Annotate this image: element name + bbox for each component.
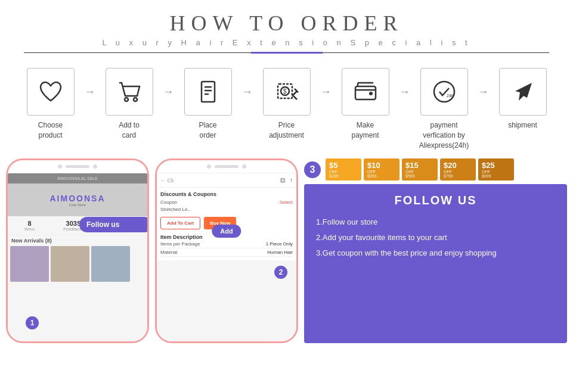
step-add-to-card: Add tocard bbox=[97, 68, 162, 141]
arrow-3: → bbox=[242, 68, 253, 98]
step-payment-verification: 24h paymentverfication byAliexpress(24h) bbox=[411, 68, 477, 150]
phone1-product-3 bbox=[91, 246, 130, 282]
phone2-coupon-label: Coupon bbox=[160, 200, 177, 205]
svg-point-13 bbox=[369, 92, 373, 95]
phone2-speaker bbox=[215, 165, 239, 168]
step-icon-price: $ bbox=[263, 68, 311, 116]
coupon-15-off: OFF bbox=[405, 170, 414, 174]
step-icon-heart bbox=[27, 68, 75, 116]
svg-point-14 bbox=[434, 82, 454, 102]
step-icon-document bbox=[184, 68, 232, 116]
phone1-items-num: 8 bbox=[24, 220, 35, 227]
page-title: HOW TO ORDER bbox=[0, 11, 573, 36]
follow-bubble: Follow us bbox=[79, 217, 149, 232]
page-subtitle: L u x u r y H a i r E x t e n s i o n S … bbox=[0, 38, 573, 47]
arrow-5: → bbox=[399, 68, 410, 98]
coupon-15: $15 OFF $599 bbox=[402, 158, 438, 181]
phone1-logo-sub: Club Store bbox=[50, 203, 106, 207]
step-label-make-payment: Makepayment bbox=[351, 120, 379, 141]
step-label-price-adjustment: Priceadjustment bbox=[269, 120, 304, 141]
step-shipment: shipment bbox=[490, 68, 556, 130]
coupon-25-off: OFF bbox=[482, 170, 490, 174]
arrow-6: → bbox=[478, 68, 489, 98]
arrow-2: → bbox=[163, 68, 174, 98]
step-price-adjustment: $ Priceadjustment bbox=[254, 68, 320, 141]
step-icon-cart bbox=[106, 68, 153, 116]
phone1-camera bbox=[58, 164, 62, 169]
coupon-10-amount: $10 bbox=[367, 161, 380, 170]
step-make-payment: Makepayment bbox=[333, 68, 398, 141]
phone2-desc-val-1: 1 Piece Only bbox=[266, 241, 293, 247]
step-label-choose-product: Chooseproduct bbox=[38, 120, 63, 141]
coupon-25-amount: $25 bbox=[482, 161, 495, 170]
step-icon-verified: 24h bbox=[420, 68, 468, 116]
right-panel: 3 $5 OFF $199 $10 OFF $399 $15 OFF $599 bbox=[304, 158, 567, 343]
phone1-product-2 bbox=[51, 246, 89, 282]
coupon-20-off: OFF bbox=[444, 170, 452, 174]
phone2-stretched: Stretched Le... bbox=[160, 207, 293, 212]
phone2-desc-row-1: Items per Package 1 Piece Only bbox=[160, 240, 293, 248]
arrow-1: → bbox=[85, 68, 95, 98]
coupon-10-min: $399 bbox=[367, 174, 377, 178]
coupon-20: $20 OFF $799 bbox=[440, 158, 476, 181]
follow-us-title: FOLLOW US bbox=[316, 194, 555, 207]
svg-text:$: $ bbox=[283, 88, 287, 95]
coupon-10-off: OFF bbox=[367, 170, 376, 174]
phone1-product-1 bbox=[10, 246, 49, 282]
svg-text:24h: 24h bbox=[447, 94, 454, 98]
svg-point-1 bbox=[134, 98, 137, 101]
coupon-15-amount: $15 bbox=[405, 161, 419, 170]
coupons-strip: $5 OFF $199 $10 OFF $399 $15 OFF $599 $2… bbox=[326, 158, 567, 181]
phone2-camera bbox=[207, 164, 211, 169]
phone2-desc-row-2: Material Human Hair bbox=[160, 248, 293, 257]
step-label-shipment: shipment bbox=[508, 120, 537, 130]
arrow-4: → bbox=[321, 68, 332, 98]
header-divider bbox=[24, 52, 549, 54]
phone2-top-bar bbox=[157, 160, 296, 173]
phone1-logo: AIMOONSA bbox=[50, 194, 106, 203]
phone2-camera2 bbox=[242, 164, 246, 169]
step3-row: 3 $5 OFF $199 $10 OFF $399 $15 OFF $599 bbox=[304, 158, 567, 181]
follow-us-item-2: 2.Add your favourite items to your cart bbox=[316, 230, 555, 245]
coupon-25: $25 OFF $999 bbox=[478, 158, 514, 181]
phone2-coupon-row: Coupon Select bbox=[160, 200, 293, 205]
svg-point-0 bbox=[125, 98, 128, 101]
line-left bbox=[24, 52, 251, 53]
coupon-5-amount: $5 bbox=[329, 161, 337, 170]
phone1-items-label: Items bbox=[24, 227, 35, 231]
phone2-desc-key-1: Items per Package bbox=[160, 241, 200, 247]
coupon-10: $10 OFF $399 bbox=[364, 158, 399, 181]
phone1-header-bar: AIMOONSA.AL SALE bbox=[8, 173, 147, 183]
phone2-screen: ← Ck ⊡ ↑ Discounts & Coupons Coupon Sele… bbox=[157, 173, 296, 341]
bottom-section: AIMOONSA.AL SALE AIMOONSA Club Store 8 I… bbox=[0, 158, 573, 343]
svg-rect-2 bbox=[202, 82, 215, 102]
svg-line-11 bbox=[293, 96, 297, 99]
phone2-add-to-cart-btn[interactable]: Add To Cart bbox=[160, 217, 200, 229]
step3-badge: 3 bbox=[304, 161, 321, 178]
step-label-place-order: Placeorder bbox=[199, 120, 216, 141]
step-icon-plane bbox=[499, 68, 547, 116]
step-label-add-to-card: Add tocard bbox=[119, 120, 140, 141]
follow-us-list: 1.Follow our store 2.Add your favourite … bbox=[316, 214, 555, 261]
phone-mockup-1: AIMOONSA.AL SALE AIMOONSA Club Store 8 I… bbox=[6, 158, 149, 343]
line-right bbox=[323, 52, 550, 53]
phone1-new-arrivals: New Arrivals (8) bbox=[8, 235, 147, 246]
step-label-verification: paymentverfication byAliexpress(24h) bbox=[419, 120, 469, 150]
follow-us-item-3: 3.Get coupon with the best price and enj… bbox=[316, 245, 555, 261]
coupon-15-min: $599 bbox=[405, 174, 415, 178]
phone1-speaker bbox=[66, 165, 89, 168]
coupon-20-amount: $20 bbox=[444, 161, 457, 170]
header-section: HOW TO ORDER L u x u r y H a i r E x t e… bbox=[0, 0, 573, 57]
coupon-25-min: $999 bbox=[482, 174, 491, 178]
step-place-order: Placeorder bbox=[175, 68, 241, 141]
svg-rect-12 bbox=[355, 86, 376, 99]
phone2-discount-title: Discounts & Coupons bbox=[160, 191, 293, 197]
phone1-products bbox=[8, 246, 147, 282]
step-icon-wallet bbox=[342, 68, 389, 116]
line-accent bbox=[251, 52, 323, 54]
steps-row: Chooseproduct → Add tocard → Placeorder … bbox=[0, 57, 573, 156]
phone2-select-btn[interactable]: Select bbox=[280, 200, 293, 205]
phone2-desc-key-2: Material bbox=[160, 250, 177, 255]
coupon-20-min: $799 bbox=[444, 174, 453, 178]
phone1-top-bar bbox=[8, 160, 147, 173]
